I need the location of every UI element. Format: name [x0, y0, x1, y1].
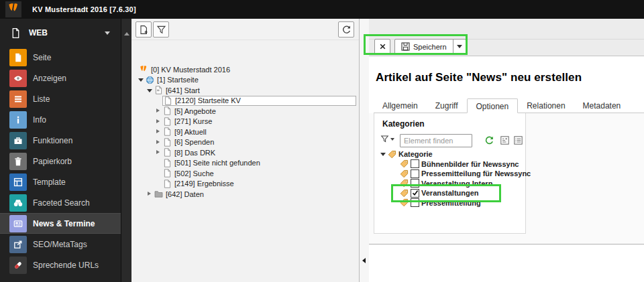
pill-icon — [9, 257, 27, 274]
save-button[interactable]: Speichern — [394, 39, 453, 54]
sidebar-item-label: SEO/MetaTags — [33, 240, 87, 249]
sidebar-item-label: News & Termine — [33, 219, 95, 228]
checkbox-unchecked[interactable] — [411, 169, 419, 178]
expander-closed-icon[interactable] — [146, 189, 154, 200]
expander-closed-icon[interactable] — [155, 147, 162, 158]
element-search-input[interactable] — [400, 134, 472, 147]
category-node-veranstaltungen[interactable]: Veranstaltungen — [374, 188, 525, 198]
pagetree-node-row[interactable]: [2120] Startseite KV — [162, 96, 356, 106]
pagetree-node[interactable]: [9] Aktuell — [131, 127, 358, 137]
pagetree-node-row[interactable]: [6] Spenden — [162, 137, 358, 147]
pagetree-node[interactable]: [6] Spenden — [131, 137, 358, 148]
list-icon — [9, 90, 27, 108]
pagetree-node[interactable]: [8] Das DRK — [131, 147, 358, 158]
category-label: Pressemitteilung für Newssync — [421, 169, 531, 178]
eye-icon — [9, 70, 27, 87]
pagetree-node-row[interactable]: [502] Suche — [162, 168, 358, 178]
new-page-button[interactable] — [136, 21, 152, 38]
pagetree-node-row[interactable]: [2149] Ergebnisse — [162, 179, 358, 189]
sidebar-item-sprechende-urls[interactable]: Sprechende URLs — [0, 255, 121, 275]
expander-spacer — [155, 179, 162, 190]
page-icon — [163, 117, 172, 126]
sidebar-scrollbar[interactable] — [121, 19, 131, 282]
checkbox-checked[interactable] — [411, 189, 419, 198]
sidebar-item-label: Info — [33, 115, 46, 125]
tab-optionen[interactable]: Optionen — [467, 98, 519, 113]
pagetree-node[interactable]: [0] KV Musterstadt 2016 — [131, 64, 358, 75]
category-label: Pressemitteilung — [421, 199, 481, 207]
expander-open-icon[interactable] — [138, 75, 145, 86]
pagetree-node[interactable]: [5] Angebote — [131, 106, 358, 117]
expander-spacer — [131, 64, 139, 75]
expander-closed-icon[interactable] — [155, 106, 162, 117]
pagetree-node[interactable]: [271] Kurse — [131, 117, 358, 127]
sidebar-item-news-termine[interactable]: News & Termine — [0, 213, 121, 234]
pagetree-node[interactable]: [642] Daten — [131, 189, 358, 200]
tab-metadaten[interactable]: Metadaten — [574, 98, 630, 113]
pagetree-node[interactable]: [2149] Ergebnisse — [131, 179, 358, 190]
pagetree-node[interactable]: [502] Suche — [131, 168, 358, 179]
pagetree-node[interactable]: [641] Start — [131, 85, 358, 96]
sidebar-item-seo-metatags[interactable]: SEO/MetaTags — [0, 234, 121, 255]
checkbox-unchecked[interactable] — [411, 179, 419, 188]
pagetree-node-row[interactable]: [641] Start — [154, 85, 358, 95]
filter-button[interactable] — [153, 21, 169, 38]
close-button[interactable] — [374, 39, 390, 54]
expander-open-icon[interactable] — [146, 85, 154, 96]
expander-closed-icon[interactable] — [155, 117, 162, 127]
sidebar-item-liste[interactable]: Liste — [0, 88, 121, 109]
expand-all-button[interactable] — [500, 136, 509, 145]
category-node-bühnenbilder-für-newssync[interactable]: Bühnenbilder für Newssync — [374, 159, 525, 169]
tab-zugriff[interactable]: Zugriff — [427, 98, 467, 113]
tag-icon — [388, 150, 396, 159]
sidebar-item-info[interactable]: Info — [0, 109, 121, 130]
tab-relationen[interactable]: Relationen — [518, 98, 574, 113]
tab-allgemein[interactable]: Allgemein — [374, 98, 427, 113]
sidebar-item-papierkorb[interactable]: Papierkorb — [0, 151, 121, 171]
pagetree-node-row[interactable]: [642] Daten — [154, 189, 358, 199]
category-node-pressemitteilung-für-newssync[interactable]: Pressemitteilung für Newssync — [374, 169, 525, 179]
collapse-all-button[interactable] — [514, 136, 523, 145]
category-node-veranstaltung-intern[interactable]: Veranstaltung Intern — [374, 179, 525, 189]
category-node-kategorie[interactable]: Kategorie — [374, 149, 525, 159]
newspaper-icon — [9, 215, 27, 232]
sidebar-item-anzeigen[interactable]: Anzeigen — [0, 68, 121, 88]
sidebar-item-label: Sprechende URLs — [33, 261, 99, 270]
folder-icon — [154, 190, 163, 198]
pagetree-node-row[interactable]: [5] Angebote — [162, 106, 358, 116]
save-dropdown-button[interactable] — [453, 39, 466, 54]
refresh-tree-button[interactable] — [338, 21, 354, 38]
collapse-left-icon[interactable] — [362, 258, 366, 263]
pagetree-node[interactable]: [2120] Startseite KV — [131, 96, 358, 107]
pagetree-node-row[interactable]: [501] Seite nicht gefunden — [162, 158, 358, 168]
typo3-logo-icon[interactable] — [5, 1, 21, 17]
pagetree-node-row[interactable]: [1] Startseite — [145, 75, 358, 85]
sidebar-item-template[interactable]: Template — [0, 171, 121, 192]
sidebar-item-faceted-search[interactable]: Faceted Search — [0, 192, 121, 213]
scroll-up-icon[interactable] — [124, 32, 129, 36]
checkbox-unchecked[interactable] — [411, 198, 419, 207]
pagetree-node-label: [642] Daten — [166, 190, 204, 198]
tree-filter-button[interactable] — [380, 135, 394, 143]
tag-icon — [400, 159, 409, 168]
pagetree-node[interactable]: [1] Startseite — [131, 75, 358, 86]
expander-closed-icon[interactable] — [155, 127, 162, 137]
pagetree-node-row[interactable]: [9] Aktuell — [162, 127, 358, 137]
reload-categories-button[interactable] — [484, 135, 494, 145]
toolbox-icon — [9, 132, 27, 149]
checkbox-unchecked[interactable] — [411, 159, 419, 168]
module-group-web[interactable]: WEB — [0, 19, 121, 47]
page-icon — [163, 169, 172, 178]
page-icon — [163, 180, 172, 188]
save-button-label: Speichern — [413, 43, 447, 51]
sidebar-item-funktionen[interactable]: Funktionen — [0, 130, 121, 151]
pagetree-node-row[interactable]: [0] KV Musterstadt 2016 — [139, 64, 358, 74]
sidebar-item-seite[interactable]: Seite — [0, 47, 121, 68]
panel-splitter[interactable] — [360, 19, 369, 282]
pagetree-node-row[interactable]: [271] Kurse — [162, 117, 358, 127]
expander-closed-icon[interactable] — [155, 137, 162, 148]
pagetree-node[interactable]: [501] Seite nicht gefunden — [131, 158, 358, 169]
expander-open-icon[interactable] — [380, 149, 388, 159]
pagetree-node-row[interactable]: [8] Das DRK — [162, 147, 358, 157]
category-node-pressemitteilung[interactable]: Pressemitteilung — [374, 198, 525, 208]
